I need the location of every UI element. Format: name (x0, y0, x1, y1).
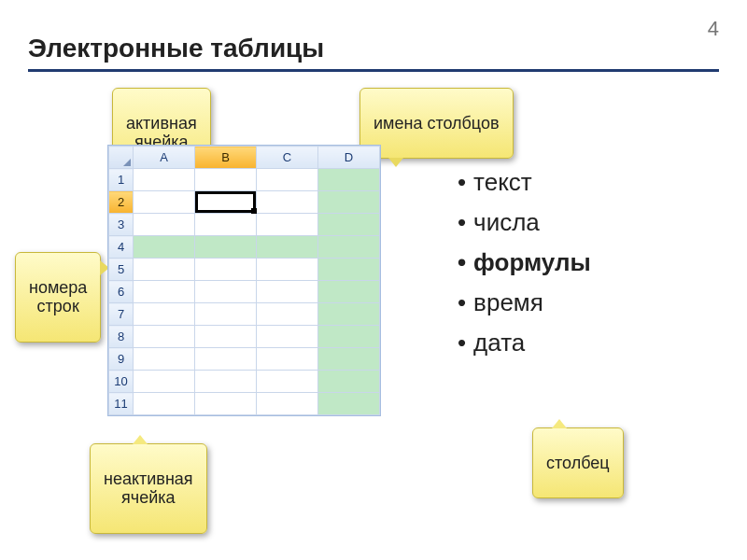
cell-A3[interactable] (134, 214, 195, 236)
cell-B5[interactable] (195, 259, 257, 281)
cell-B4[interactable] (195, 236, 257, 259)
column-header-A[interactable]: A (134, 147, 195, 169)
cell-B7[interactable] (195, 303, 257, 326)
column-header-D[interactable]: D (318, 147, 380, 169)
cell-A8[interactable] (134, 326, 195, 348)
callout-label: столбец (546, 454, 610, 472)
callout-label: неактивная ячейка (104, 469, 193, 508)
row-header-2[interactable]: 2 (109, 191, 134, 214)
row-header-4[interactable]: 4 (109, 236, 134, 259)
cell-D4[interactable] (318, 236, 380, 259)
callout-column: столбец (532, 427, 624, 498)
row-header-11[interactable]: 11 (109, 393, 134, 415)
content-types-list: текстчислаформулывремядата (458, 168, 591, 369)
row-header-5[interactable]: 5 (109, 259, 134, 281)
cell-B6[interactable] (195, 281, 257, 303)
cell-C10[interactable] (257, 371, 318, 393)
cell-D3[interactable] (318, 214, 380, 236)
cell-D5[interactable] (318, 259, 380, 281)
cell-A5[interactable] (134, 259, 195, 281)
cell-A9[interactable] (134, 348, 195, 371)
cell-D9[interactable] (318, 348, 380, 371)
list-item: дата (458, 329, 591, 357)
callout-row-numbers: номера строк (15, 252, 101, 343)
select-all-corner[interactable] (109, 147, 134, 169)
callout-tail (133, 435, 148, 444)
row-header-9[interactable]: 9 (109, 348, 134, 371)
cell-A7[interactable] (134, 303, 195, 326)
callout-tail (552, 419, 567, 428)
column-header-B[interactable]: B (195, 147, 257, 169)
cell-B11[interactable] (195, 393, 257, 415)
cell-D10[interactable] (318, 371, 380, 393)
list-item: время (458, 288, 591, 317)
cell-A10[interactable] (134, 371, 195, 393)
cell-B9[interactable] (195, 348, 257, 371)
slide-title: Электронные таблицы (28, 34, 324, 63)
list-item: формулы (458, 248, 591, 277)
row-header-8[interactable]: 8 (109, 326, 134, 348)
title-underline (28, 69, 719, 72)
row-header-6[interactable]: 6 (109, 281, 134, 303)
row-header-3[interactable]: 3 (109, 214, 134, 236)
page-number: 4 (708, 17, 719, 41)
cell-A4[interactable] (134, 236, 195, 259)
cell-B8[interactable] (195, 326, 257, 348)
cell-C3[interactable] (257, 214, 318, 236)
callout-inactive-cell: неактивная ячейка (90, 443, 207, 534)
spreadsheet: ABCD1234567891011 (107, 145, 381, 416)
cell-B3[interactable] (195, 214, 257, 236)
cell-D6[interactable] (318, 281, 380, 303)
callout-label: номера строк (29, 278, 87, 316)
list-item: текст (458, 168, 591, 197)
cell-C1[interactable] (257, 169, 318, 191)
cell-C6[interactable] (257, 281, 318, 303)
cell-A2[interactable] (134, 191, 195, 214)
cell-C4[interactable] (257, 236, 318, 259)
row-header-7[interactable]: 7 (109, 303, 134, 326)
row-header-1[interactable]: 1 (109, 169, 134, 191)
row-header-10[interactable]: 10 (109, 371, 134, 393)
cell-B1[interactable] (195, 169, 257, 191)
cell-C5[interactable] (257, 259, 318, 281)
cell-C7[interactable] (257, 303, 318, 326)
list-item: числа (458, 208, 591, 237)
cell-D2[interactable] (318, 191, 380, 214)
cell-B2[interactable] (195, 191, 257, 214)
callout-tail (388, 158, 403, 167)
cell-B10[interactable] (195, 371, 257, 393)
cell-A11[interactable] (134, 393, 195, 415)
cell-D8[interactable] (318, 326, 380, 348)
callout-column-names: имена столбцов (359, 88, 514, 159)
cell-D11[interactable] (318, 393, 380, 415)
cell-C9[interactable] (257, 348, 318, 371)
cell-A1[interactable] (134, 169, 195, 191)
cell-A6[interactable] (134, 281, 195, 303)
cell-C11[interactable] (257, 393, 318, 415)
cell-D7[interactable] (318, 303, 380, 326)
cell-D1[interactable] (318, 169, 380, 191)
column-header-C[interactable]: C (257, 147, 318, 169)
cell-C2[interactable] (257, 191, 318, 214)
callout-label: имена столбцов (374, 114, 500, 133)
cell-C8[interactable] (257, 326, 318, 348)
